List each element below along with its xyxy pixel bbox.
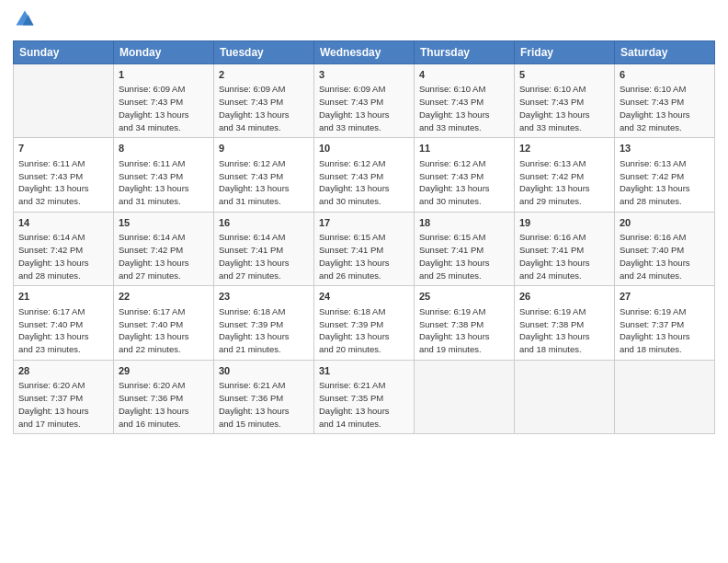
day-number: 23 <box>219 290 309 304</box>
header-day-friday: Friday <box>515 41 615 64</box>
day-info: Sunrise: 6:15 AM Sunset: 7:41 PM Dayligh… <box>419 231 509 282</box>
page: SundayMondayTuesdayWednesdayThursdayFrid… <box>0 0 728 563</box>
day-number: 25 <box>419 290 509 304</box>
day-info: Sunrise: 6:13 AM Sunset: 7:42 PM Dayligh… <box>620 157 710 208</box>
calendar-cell: 1Sunrise: 6:09 AM Sunset: 7:43 PM Daylig… <box>114 64 214 138</box>
day-info: Sunrise: 6:20 AM Sunset: 7:37 PM Dayligh… <box>18 379 108 430</box>
calendar-cell: 25Sunrise: 6:19 AM Sunset: 7:38 PM Dayli… <box>415 286 515 360</box>
calendar-cell: 7Sunrise: 6:11 AM Sunset: 7:43 PM Daylig… <box>14 138 114 212</box>
calendar-cell: 24Sunrise: 6:18 AM Sunset: 7:39 PM Dayli… <box>314 286 415 360</box>
header-day-saturday: Saturday <box>615 41 715 64</box>
day-info: Sunrise: 6:09 AM Sunset: 7:43 PM Dayligh… <box>119 83 209 133</box>
day-number: 16 <box>219 216 309 230</box>
calendar-cell: 21Sunrise: 6:17 AM Sunset: 7:40 PM Dayli… <box>14 286 114 360</box>
day-number: 8 <box>119 142 209 155</box>
calendar-cell <box>415 360 515 433</box>
calendar-table: SundayMondayTuesdayWednesdayThursdayFrid… <box>13 40 715 434</box>
day-number: 10 <box>319 142 409 155</box>
day-number: 28 <box>18 364 108 378</box>
calendar-cell: 26Sunrise: 6:19 AM Sunset: 7:38 PM Dayli… <box>515 286 615 360</box>
day-number: 20 <box>620 216 710 230</box>
header-day-thursday: Thursday <box>415 41 515 64</box>
day-info: Sunrise: 6:12 AM Sunset: 7:43 PM Dayligh… <box>319 157 409 208</box>
calendar-cell: 22Sunrise: 6:17 AM Sunset: 7:40 PM Dayli… <box>114 286 214 360</box>
calendar-week-3: 14Sunrise: 6:14 AM Sunset: 7:42 PM Dayli… <box>14 212 715 285</box>
calendar-cell: 19Sunrise: 6:16 AM Sunset: 7:41 PM Dayli… <box>515 212 615 285</box>
calendar-cell: 4Sunrise: 6:10 AM Sunset: 7:43 PM Daylig… <box>415 64 515 138</box>
day-info: Sunrise: 6:09 AM Sunset: 7:43 PM Dayligh… <box>219 83 309 133</box>
header-day-wednesday: Wednesday <box>314 41 415 64</box>
calendar-header-row: SundayMondayTuesdayWednesdayThursdayFrid… <box>14 41 715 64</box>
calendar-cell: 16Sunrise: 6:14 AM Sunset: 7:41 PM Dayli… <box>214 212 314 285</box>
day-info: Sunrise: 6:11 AM Sunset: 7:43 PM Dayligh… <box>119 157 209 208</box>
day-number: 30 <box>219 364 309 378</box>
day-number: 5 <box>519 68 609 82</box>
day-info: Sunrise: 6:12 AM Sunset: 7:43 PM Dayligh… <box>219 157 309 208</box>
calendar-cell: 13Sunrise: 6:13 AM Sunset: 7:42 PM Dayli… <box>615 138 715 212</box>
day-number: 17 <box>319 216 409 230</box>
day-number: 12 <box>519 142 609 155</box>
calendar-cell: 28Sunrise: 6:20 AM Sunset: 7:37 PM Dayli… <box>14 360 114 433</box>
header <box>13 9 715 33</box>
day-info: Sunrise: 6:19 AM Sunset: 7:38 PM Dayligh… <box>519 305 609 356</box>
day-number: 3 <box>319 68 409 82</box>
day-info: Sunrise: 6:14 AM Sunset: 7:42 PM Dayligh… <box>119 231 209 282</box>
logo <box>13 9 37 33</box>
calendar-cell: 5Sunrise: 6:10 AM Sunset: 7:43 PM Daylig… <box>515 64 615 138</box>
day-info: Sunrise: 6:18 AM Sunset: 7:39 PM Dayligh… <box>219 305 309 356</box>
calendar-cell: 23Sunrise: 6:18 AM Sunset: 7:39 PM Dayli… <box>214 286 314 360</box>
calendar-week-2: 7Sunrise: 6:11 AM Sunset: 7:43 PM Daylig… <box>14 138 715 212</box>
day-info: Sunrise: 6:20 AM Sunset: 7:36 PM Dayligh… <box>119 379 209 430</box>
calendar-week-4: 21Sunrise: 6:17 AM Sunset: 7:40 PM Dayli… <box>14 286 715 360</box>
day-number: 15 <box>119 216 209 230</box>
logo-icon <box>15 9 35 29</box>
day-number: 22 <box>119 290 209 304</box>
header-day-monday: Monday <box>114 41 214 64</box>
calendar-cell: 6Sunrise: 6:10 AM Sunset: 7:43 PM Daylig… <box>615 64 715 138</box>
calendar-cell: 31Sunrise: 6:21 AM Sunset: 7:35 PM Dayli… <box>314 360 415 433</box>
day-number: 18 <box>419 216 509 230</box>
day-info: Sunrise: 6:10 AM Sunset: 7:43 PM Dayligh… <box>419 83 509 133</box>
day-info: Sunrise: 6:17 AM Sunset: 7:40 PM Dayligh… <box>119 305 209 356</box>
day-number: 4 <box>419 68 509 82</box>
calendar-week-1: 1Sunrise: 6:09 AM Sunset: 7:43 PM Daylig… <box>14 64 715 138</box>
calendar-cell <box>515 360 615 433</box>
day-info: Sunrise: 6:12 AM Sunset: 7:43 PM Dayligh… <box>419 157 509 208</box>
day-info: Sunrise: 6:16 AM Sunset: 7:41 PM Dayligh… <box>519 231 609 282</box>
calendar-cell <box>615 360 715 433</box>
calendar-cell: 2Sunrise: 6:09 AM Sunset: 7:43 PM Daylig… <box>214 64 314 138</box>
calendar-cell: 30Sunrise: 6:21 AM Sunset: 7:36 PM Dayli… <box>214 360 314 433</box>
day-info: Sunrise: 6:18 AM Sunset: 7:39 PM Dayligh… <box>319 305 409 356</box>
day-info: Sunrise: 6:17 AM Sunset: 7:40 PM Dayligh… <box>18 305 108 356</box>
day-info: Sunrise: 6:16 AM Sunset: 7:40 PM Dayligh… <box>620 231 710 282</box>
calendar-cell: 10Sunrise: 6:12 AM Sunset: 7:43 PM Dayli… <box>314 138 415 212</box>
calendar-cell: 14Sunrise: 6:14 AM Sunset: 7:42 PM Dayli… <box>14 212 114 285</box>
calendar-cell: 27Sunrise: 6:19 AM Sunset: 7:37 PM Dayli… <box>615 286 715 360</box>
header-day-tuesday: Tuesday <box>214 41 314 64</box>
calendar-cell: 12Sunrise: 6:13 AM Sunset: 7:42 PM Dayli… <box>515 138 615 212</box>
calendar-cell: 3Sunrise: 6:09 AM Sunset: 7:43 PM Daylig… <box>314 64 415 138</box>
day-number: 27 <box>620 290 710 304</box>
calendar-cell: 8Sunrise: 6:11 AM Sunset: 7:43 PM Daylig… <box>114 138 214 212</box>
day-info: Sunrise: 6:11 AM Sunset: 7:43 PM Dayligh… <box>18 157 108 208</box>
day-number: 19 <box>519 216 609 230</box>
day-info: Sunrise: 6:21 AM Sunset: 7:36 PM Dayligh… <box>219 379 309 430</box>
day-number: 9 <box>219 142 309 155</box>
day-number: 13 <box>620 142 710 155</box>
day-number: 2 <box>219 68 309 82</box>
calendar-week-5: 28Sunrise: 6:20 AM Sunset: 7:37 PM Dayli… <box>14 360 715 433</box>
day-info: Sunrise: 6:10 AM Sunset: 7:43 PM Dayligh… <box>519 83 609 133</box>
day-number: 24 <box>319 290 409 304</box>
calendar-cell: 9Sunrise: 6:12 AM Sunset: 7:43 PM Daylig… <box>214 138 314 212</box>
day-info: Sunrise: 6:19 AM Sunset: 7:38 PM Dayligh… <box>419 305 509 356</box>
day-info: Sunrise: 6:14 AM Sunset: 7:41 PM Dayligh… <box>219 231 309 282</box>
calendar-cell <box>14 64 114 138</box>
day-number: 1 <box>119 68 209 82</box>
day-number: 7 <box>18 142 108 155</box>
day-number: 21 <box>18 290 108 304</box>
day-info: Sunrise: 6:10 AM Sunset: 7:43 PM Dayligh… <box>620 83 710 133</box>
day-info: Sunrise: 6:15 AM Sunset: 7:41 PM Dayligh… <box>319 231 409 282</box>
day-number: 31 <box>319 364 409 378</box>
day-info: Sunrise: 6:14 AM Sunset: 7:42 PM Dayligh… <box>18 231 108 282</box>
calendar-cell: 29Sunrise: 6:20 AM Sunset: 7:36 PM Dayli… <box>114 360 214 433</box>
